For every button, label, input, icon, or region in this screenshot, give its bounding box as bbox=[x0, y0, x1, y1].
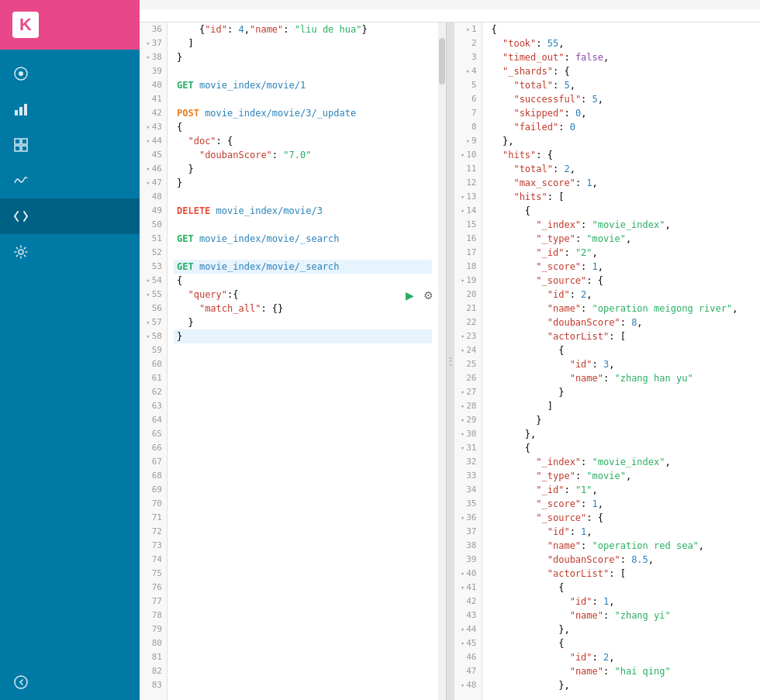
line-number: 70 bbox=[140, 497, 167, 511]
result-line-number: 15 bbox=[454, 218, 482, 232]
sidebar-collapse[interactable] bbox=[0, 664, 140, 700]
line-number: 40 bbox=[140, 78, 167, 92]
panel-divider[interactable]: ⋮ bbox=[447, 22, 454, 700]
code-line bbox=[174, 190, 432, 204]
result-line: "doubanScore": 8, bbox=[489, 316, 755, 329]
line-number: 45 bbox=[140, 148, 167, 162]
code-line bbox=[174, 413, 432, 427]
result-line: "actorList": [ bbox=[489, 329, 755, 343]
sidebar-item-timelion[interactable] bbox=[0, 163, 140, 198]
line-number: 65 bbox=[140, 427, 167, 441]
code-line bbox=[174, 595, 432, 609]
line-number: 48 bbox=[140, 190, 167, 204]
code-line bbox=[174, 567, 432, 581]
svg-rect-2 bbox=[15, 110, 18, 116]
sidebar-item-discover[interactable] bbox=[0, 56, 140, 91]
result-line: "_source": { bbox=[489, 274, 755, 288]
result-line: ] bbox=[489, 399, 755, 413]
result-line-number: ▾30 bbox=[454, 427, 482, 441]
code-line bbox=[174, 385, 432, 399]
result-line-number: 35 bbox=[454, 497, 482, 511]
line-number: 80 bbox=[140, 636, 167, 650]
code-line bbox=[174, 636, 432, 650]
code-line bbox=[174, 469, 432, 483]
line-number: 61 bbox=[140, 371, 167, 385]
result-line: "id": 2, bbox=[489, 650, 755, 664]
svg-point-1 bbox=[19, 71, 23, 76]
result-line: "name": "operation red sea", bbox=[489, 539, 755, 553]
timelion-icon bbox=[12, 172, 29, 189]
code-line: } bbox=[174, 162, 432, 176]
line-number: ▾43 bbox=[140, 120, 167, 134]
result-line: "_shards": { bbox=[489, 64, 755, 78]
line-number: 82 bbox=[140, 664, 167, 678]
result-line: { bbox=[489, 441, 755, 455]
svg-rect-5 bbox=[15, 139, 20, 144]
line-number: ▾55 bbox=[140, 288, 167, 302]
line-number: 36 bbox=[140, 22, 167, 36]
result-line: "max_score": 1, bbox=[489, 176, 755, 190]
result-line-number: 26 bbox=[454, 371, 482, 385]
code-line: GET movie_index/movie/_search bbox=[174, 260, 432, 274]
code-line bbox=[174, 399, 432, 413]
settings-button[interactable]: ⚙ bbox=[421, 288, 437, 303]
result-line: } bbox=[489, 385, 755, 399]
code-line bbox=[174, 609, 432, 622]
code-editor[interactable]: {"id": 4,"name": "liu de hua"} ]} GET mo… bbox=[168, 22, 438, 700]
sidebar-item-visualize[interactable] bbox=[0, 91, 140, 127]
svg-rect-8 bbox=[22, 146, 27, 151]
result-line-number: 47 bbox=[454, 664, 482, 678]
result-content: { "took": 55, "timed_out": false, "_shar… bbox=[482, 22, 761, 700]
result-line: }, bbox=[489, 678, 755, 692]
left-editor-panel[interactable]: 36▾37▾3839404142▾43▾4445▾46▾474849505152… bbox=[140, 22, 447, 700]
code-line bbox=[174, 371, 432, 385]
result-line: "took": 55, bbox=[489, 36, 755, 50]
code-line: { bbox=[174, 120, 432, 134]
breadcrumb bbox=[140, 0, 760, 9]
sidebar-item-management[interactable] bbox=[0, 234, 140, 270]
result-line: "name": "zhang han yu" bbox=[489, 371, 755, 385]
line-number: 68 bbox=[140, 469, 167, 483]
result-line: "_index": "movie_index", bbox=[489, 455, 755, 469]
line-number: 66 bbox=[140, 441, 167, 455]
sidebar-item-dashboard[interactable] bbox=[0, 127, 140, 163]
result-line-number: ▾9 bbox=[454, 134, 482, 148]
line-number: 51 bbox=[140, 232, 167, 246]
result-line-number: ▾45 bbox=[454, 636, 482, 650]
line-number: 60 bbox=[140, 357, 167, 371]
result-line-number: 46 bbox=[454, 650, 482, 664]
result-line: { bbox=[489, 343, 755, 357]
result-line-number: 37 bbox=[454, 525, 482, 539]
sidebar-item-devtools[interactable] bbox=[0, 198, 140, 234]
code-line: } bbox=[174, 50, 432, 64]
result-line-number: 20 bbox=[454, 288, 482, 302]
svg-rect-4 bbox=[24, 104, 27, 116]
run-button[interactable]: ▶ bbox=[402, 288, 418, 303]
code-line: "query":{ bbox=[174, 288, 432, 302]
code-line bbox=[174, 441, 432, 455]
line-number: 78 bbox=[140, 609, 167, 622]
result-line: "hits": [ bbox=[489, 190, 755, 204]
line-number: 77 bbox=[140, 595, 167, 609]
line-number: ▾37 bbox=[140, 36, 167, 50]
line-number: ▾38 bbox=[140, 50, 167, 64]
result-line-number: 33 bbox=[454, 469, 482, 483]
result-line-number: 32 bbox=[454, 455, 482, 469]
svg-point-9 bbox=[19, 250, 23, 254]
result-line: "name": "operation meigong river", bbox=[489, 302, 755, 316]
result-line: "_type": "movie", bbox=[489, 469, 755, 483]
result-line: }, bbox=[489, 134, 755, 148]
result-line-number: 8 bbox=[454, 120, 482, 134]
line-number: 79 bbox=[140, 622, 167, 636]
scrollbar[interactable] bbox=[438, 22, 446, 700]
result-line-number: 22 bbox=[454, 316, 482, 329]
scrollbar-thumb[interactable] bbox=[439, 38, 445, 84]
result-line: "id": 1, bbox=[489, 595, 755, 609]
dashboard-icon bbox=[12, 136, 29, 153]
code-line: "match_all": {} bbox=[174, 302, 432, 316]
code-line bbox=[174, 539, 432, 553]
result-line-number: ▾24 bbox=[454, 343, 482, 357]
result-line: } bbox=[489, 413, 755, 427]
result-line: "hits": { bbox=[489, 148, 755, 162]
code-line bbox=[174, 92, 432, 106]
